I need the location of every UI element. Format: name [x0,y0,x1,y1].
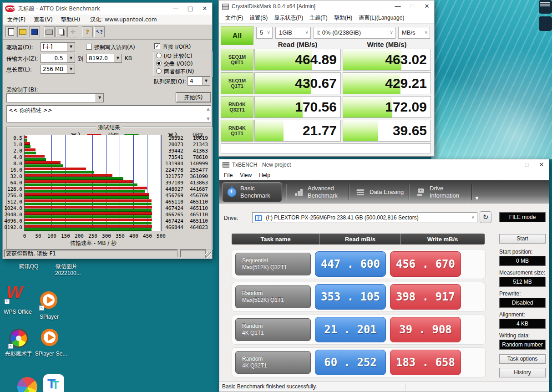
menu-language[interactable]: 语言(L)(Language) [359,14,404,22]
cdm-read-cell[interactable]: 21.77 [254,120,341,142]
close-button[interactable]: ✕ [420,0,434,12]
controlled-by-combo[interactable]: ▼ [6,93,104,102]
desktop-icon-partial-flower[interactable] [17,377,37,392]
description-box[interactable]: << 你的描述 >> ▲ ▼ [6,105,211,122]
desktop-icon-splayer2-label[interactable]: SPlayer-Se... [33,351,69,357]
menu-file[interactable]: File [224,172,233,178]
help-button[interactable]: ? [82,26,93,37]
chevron-down-icon[interactable]: ▼ [96,94,103,102]
cdm-write-cell[interactable]: 39.65 [343,120,431,142]
desktop-icon-splayer-label[interactable]: SPlayer [31,314,67,321]
desktop-icon-nico-label[interactable]: 光影魔术手 [0,351,37,357]
io-compare-radio[interactable] [156,53,162,58]
all-button[interactable]: All [221,26,253,45]
minimize-button[interactable]: — [390,0,405,12]
tab-basic-benchmark[interactable]: BasicBenchmark [222,182,282,202]
cdm-row-label[interactable]: RND4KQ32T1 [221,96,253,118]
writing-data-value[interactable]: Random number [499,340,546,350]
target-drive-combo[interactable]: I: 0% (0/238GiB) [314,27,395,39]
task-options-button[interactable]: Task options [499,354,546,364]
close-button[interactable]: ✕ [198,3,212,15]
task-button[interactable]: SequentialMax(512K) Q32T1 [235,253,311,275]
tab-overflow-caret[interactable]: ▼ [474,195,480,201]
tab-advanced-benchmark[interactable]: AdvancedBenchmark [290,182,347,202]
cdm-row-label[interactable]: SEQ1MQ1T1 [221,72,253,94]
move-button[interactable]: ✛ [67,26,78,37]
menu-help[interactable]: Help [259,172,270,178]
neither-radio[interactable] [156,68,162,74]
task-button[interactable]: Random4K Q32T1 [235,351,311,374]
maximize-button[interactable]: □ [183,3,198,15]
atto-titlebar[interactable]: ATTO 无标题 - ATTO Disk Benchmark — □ ✕ [3,3,212,15]
history-button[interactable]: History [499,368,546,377]
cdm-write-cell[interactable]: 463.02 [343,49,431,71]
file-mode-button[interactable]: FILE mode [499,212,546,222]
desktop-icon-splayer[interactable]: ↖ [40,291,58,310]
new-file-button[interactable] [5,26,16,37]
menu-view[interactable]: View [240,172,252,178]
chevron-down-icon[interactable]: ▼ [67,54,75,62]
minimize-button[interactable]: — [168,3,183,15]
chevron-down-icon[interactable]: ▼ [67,43,75,51]
context-help-button[interactable]: ↖? [94,26,105,37]
transfer-to-combo[interactable]: 8192.0▼ [86,54,122,63]
alignment-value[interactable]: 4 KB [499,319,546,329]
cdm-titlebar[interactable]: CrystalDiskMark 8.0.4 x64 [Admin] — □ ✕ [219,0,434,12]
test-count-combo[interactable]: 5 [256,27,273,39]
corner-widget-bottom[interactable] [539,16,552,31]
desktop-icon-wps-label[interactable]: WPS Office [0,309,35,316]
cdm-read-cell[interactable]: 464.89 [254,49,341,71]
queue-depth-combo[interactable]: 4▼ [187,76,210,86]
chevron-down-icon[interactable]: ˅ [471,213,474,223]
print-button[interactable] [44,26,55,37]
resize-grip[interactable] [205,252,211,258]
save-button[interactable] [29,26,40,37]
cdm-row-label[interactable]: RND4KQ1T1 [221,120,253,142]
chevron-down-icon[interactable]: ▼ [114,54,122,62]
task-button[interactable]: RandomMax(512K) Q1T1 [235,285,311,308]
start-button[interactable]: 开始(S) [176,92,211,102]
drive-combo[interactable]: [-i-]▼ [41,42,75,51]
overlapped-io-radio[interactable] [156,61,162,66]
menu-theme[interactable]: 主题(T) [309,14,327,22]
close-button[interactable]: ✕ [534,159,549,170]
menu-settings[interactable]: 设置(S) [249,14,268,22]
txbench-titlebar[interactable]: TxBENCH - New project — □ ✕ [219,159,549,170]
scroll-down-icon[interactable]: ▼ [207,117,210,121]
start-button[interactable]: Start [499,234,546,244]
transfer-from-combo[interactable]: 0.5▼ [41,54,75,63]
maximize-button[interactable]: □ [405,0,420,12]
total-length-combo[interactable]: 256 MB▼ [41,65,75,74]
menu-display[interactable]: 显示状态(P) [274,14,303,22]
desktop-icon-splayer2[interactable] [41,329,59,347]
scroll-up-icon[interactable]: ▲ [207,107,210,111]
cdm-row-label[interactable]: SEQ1MQ8T1 [221,49,253,71]
test-size-combo[interactable]: 1GiB [275,27,311,39]
corner-widget-top[interactable] [539,0,552,14]
cdm-read-cell[interactable]: 430.67 [254,72,341,94]
cdm-read-cell[interactable]: 170.56 [254,96,341,118]
desktop-icon-qq-label[interactable]: 腾讯QQ [8,263,49,270]
drive-combo[interactable]: (I:) PLEXTOR PX-256M6Pro 238.41 GB (500,… [252,212,477,223]
refresh-drives-button[interactable]: ↻ [480,211,491,223]
tab-drive-information[interactable]: DriveInformation [412,182,471,202]
measurement-size-value[interactable]: 512 MB [499,277,546,287]
desktop-icon-wechat-image-label[interactable]: 微信图片 _2022100... [46,263,87,277]
menu-help[interactable]: 帮助(H) [334,14,353,22]
cdm-write-cell[interactable]: 172.09 [343,96,431,118]
tab-data-erasing[interactable]: Data Erasing [352,182,406,202]
direct-io-checkbox[interactable]: ✓ [154,43,160,49]
menu-view[interactable]: 查看(V) [34,16,53,24]
task-button[interactable]: Random4K Q1T1 [235,318,311,341]
minimize-button[interactable]: — [505,159,520,170]
prewrite-value[interactable]: Disabled [499,298,546,308]
chevron-down-icon[interactable]: ▼ [67,65,75,73]
chevron-down-icon[interactable]: ▼ [202,77,210,85]
desktop-icon-partial-tapp[interactable]: T T [43,374,64,392]
print-preview-button[interactable] [56,26,66,37]
open-file-button[interactable] [17,26,28,37]
desktop-icon-nico[interactable]: ↖ [9,329,28,348]
force-write-checkbox[interactable] [86,44,92,50]
menu-help[interactable]: 帮助(H) [61,16,80,24]
cdm-write-cell[interactable]: 429.21 [343,72,431,94]
